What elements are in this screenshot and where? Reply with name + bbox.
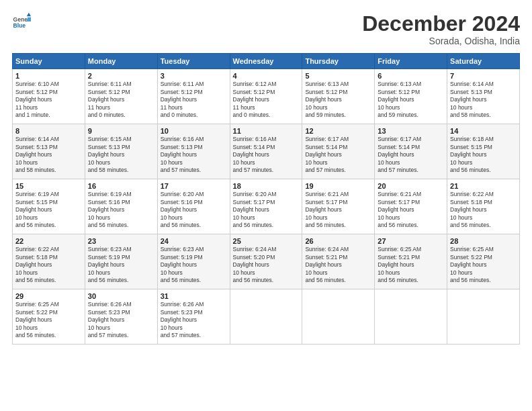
table-row: 3Sunrise: 6:11 AMSunset: 5:12 PMDaylight… xyxy=(157,69,230,124)
month-title: December 2024 xyxy=(362,12,520,36)
day-info: Sunrise: 6:12 AMSunset: 5:12 PMDaylight … xyxy=(233,81,300,119)
day-number: 1 xyxy=(15,72,82,80)
day-info: Sunrise: 6:11 AMSunset: 5:12 PMDaylight … xyxy=(161,81,227,119)
calendar-week-row: 22Sunrise: 6:22 AMSunset: 5:18 PMDayligh… xyxy=(13,234,520,289)
day-info: Sunrise: 6:14 AMSunset: 5:13 PMDaylight … xyxy=(450,81,517,119)
day-number: 20 xyxy=(378,182,444,190)
day-number: 14 xyxy=(450,127,517,135)
day-info: Sunrise: 6:11 AMSunset: 5:12 PMDaylight … xyxy=(88,81,154,119)
header-thursday: Thursday xyxy=(302,54,375,69)
svg-marker-2 xyxy=(27,13,31,16)
day-info: Sunrise: 6:22 AMSunset: 5:18 PMDaylight … xyxy=(15,246,82,284)
day-number: 17 xyxy=(161,182,227,190)
header-monday: Monday xyxy=(85,54,157,69)
day-info: Sunrise: 6:23 AMSunset: 5:19 PMDaylight … xyxy=(161,246,227,284)
table-row: 13Sunrise: 6:17 AMSunset: 5:14 PMDayligh… xyxy=(375,124,447,179)
day-number: 8 xyxy=(15,127,82,135)
header-friday: Friday xyxy=(375,54,447,69)
day-number: 2 xyxy=(88,72,154,80)
table-row xyxy=(230,289,302,345)
day-number: 21 xyxy=(450,182,517,190)
calendar-week-row: 15Sunrise: 6:19 AMSunset: 5:15 PMDayligh… xyxy=(13,179,520,234)
day-number: 24 xyxy=(161,237,227,245)
day-info: Sunrise: 6:20 AMSunset: 5:16 PMDaylight … xyxy=(161,191,227,229)
table-row: 7Sunrise: 6:14 AMSunset: 5:13 PMDaylight… xyxy=(447,69,520,124)
day-info: Sunrise: 6:21 AMSunset: 5:17 PMDaylight … xyxy=(378,191,444,229)
calendar-week-row: 29Sunrise: 6:25 AMSunset: 5:22 PMDayligh… xyxy=(13,289,520,345)
table-row: 12Sunrise: 6:17 AMSunset: 5:14 PMDayligh… xyxy=(302,124,375,179)
table-row: 6Sunrise: 6:13 AMSunset: 5:12 PMDaylight… xyxy=(375,69,447,124)
header-wednesday: Wednesday xyxy=(230,54,302,69)
day-info: Sunrise: 6:19 AMSunset: 5:16 PMDaylight … xyxy=(88,191,154,229)
day-number: 9 xyxy=(88,127,154,135)
day-number: 4 xyxy=(233,72,300,80)
day-number: 19 xyxy=(305,182,371,190)
day-info: Sunrise: 6:19 AMSunset: 5:15 PMDaylight … xyxy=(15,191,82,229)
table-row: 29Sunrise: 6:25 AMSunset: 5:22 PMDayligh… xyxy=(13,289,85,345)
day-info: Sunrise: 6:25 AMSunset: 5:22 PMDaylight … xyxy=(15,301,82,339)
table-row: 25Sunrise: 6:24 AMSunset: 5:20 PMDayligh… xyxy=(230,234,302,289)
day-info: Sunrise: 6:18 AMSunset: 5:15 PMDaylight … xyxy=(450,136,517,174)
page: General Blue December 2024 Sorada, Odish… xyxy=(0,0,532,411)
table-row: 8Sunrise: 6:14 AMSunset: 5:13 PMDaylight… xyxy=(13,124,85,179)
table-row: 11Sunrise: 6:16 AMSunset: 5:14 PMDayligh… xyxy=(230,124,302,179)
calendar-header-row: Sunday Monday Tuesday Wednesday Thursday… xyxy=(13,54,520,69)
header-tuesday: Tuesday xyxy=(157,54,230,69)
header-sunday: Sunday xyxy=(13,54,85,69)
day-info: Sunrise: 6:26 AMSunset: 5:23 PMDaylight … xyxy=(161,301,227,339)
day-info: Sunrise: 6:26 AMSunset: 5:23 PMDaylight … xyxy=(88,301,154,339)
svg-text:Blue: Blue xyxy=(13,22,26,29)
day-number: 10 xyxy=(161,127,227,135)
table-row: 19Sunrise: 6:21 AMSunset: 5:17 PMDayligh… xyxy=(302,179,375,234)
day-info: Sunrise: 6:15 AMSunset: 5:13 PMDaylight … xyxy=(88,136,154,174)
day-info: Sunrise: 6:25 AMSunset: 5:21 PMDaylight … xyxy=(378,246,444,284)
day-number: 23 xyxy=(88,237,154,245)
table-row: 31Sunrise: 6:26 AMSunset: 5:23 PMDayligh… xyxy=(157,289,230,345)
day-number: 16 xyxy=(88,182,154,190)
table-row: 18Sunrise: 6:20 AMSunset: 5:17 PMDayligh… xyxy=(230,179,302,234)
day-number: 11 xyxy=(233,127,300,135)
table-row: 14Sunrise: 6:18 AMSunset: 5:15 PMDayligh… xyxy=(447,124,520,179)
table-row xyxy=(302,289,375,345)
day-number: 3 xyxy=(161,72,227,80)
logo: General Blue xyxy=(12,12,31,31)
day-info: Sunrise: 6:13 AMSunset: 5:12 PMDaylight … xyxy=(305,81,371,119)
day-info: Sunrise: 6:24 AMSunset: 5:21 PMDaylight … xyxy=(305,246,371,284)
day-number: 5 xyxy=(305,72,371,80)
general-blue-logo-icon: General Blue xyxy=(12,12,31,31)
table-row: 20Sunrise: 6:21 AMSunset: 5:17 PMDayligh… xyxy=(375,179,447,234)
table-row: 9Sunrise: 6:15 AMSunset: 5:13 PMDaylight… xyxy=(85,124,157,179)
day-number: 27 xyxy=(378,237,444,245)
day-info: Sunrise: 6:23 AMSunset: 5:19 PMDaylight … xyxy=(88,246,154,284)
table-row: 21Sunrise: 6:22 AMSunset: 5:18 PMDayligh… xyxy=(447,179,520,234)
day-number: 15 xyxy=(15,182,82,190)
day-number: 28 xyxy=(450,237,517,245)
day-info: Sunrise: 6:25 AMSunset: 5:22 PMDaylight … xyxy=(450,246,517,284)
calendar-week-row: 1Sunrise: 6:10 AMSunset: 5:12 PMDaylight… xyxy=(13,69,520,124)
table-row: 1Sunrise: 6:10 AMSunset: 5:12 PMDaylight… xyxy=(13,69,85,124)
day-number: 26 xyxy=(305,237,371,245)
day-number: 31 xyxy=(161,292,227,300)
table-row: 4Sunrise: 6:12 AMSunset: 5:12 PMDaylight… xyxy=(230,69,302,124)
day-number: 13 xyxy=(378,127,444,135)
day-info: Sunrise: 6:10 AMSunset: 5:12 PMDaylight … xyxy=(15,81,82,119)
table-row xyxy=(375,289,447,345)
table-row: 22Sunrise: 6:22 AMSunset: 5:18 PMDayligh… xyxy=(13,234,85,289)
title-area: December 2024 Sorada, Odisha, India xyxy=(362,12,520,46)
table-row: 24Sunrise: 6:23 AMSunset: 5:19 PMDayligh… xyxy=(157,234,230,289)
day-info: Sunrise: 6:22 AMSunset: 5:18 PMDaylight … xyxy=(450,191,517,229)
table-row: 5Sunrise: 6:13 AMSunset: 5:12 PMDaylight… xyxy=(302,69,375,124)
table-row xyxy=(447,289,520,345)
day-number: 12 xyxy=(305,127,371,135)
day-info: Sunrise: 6:17 AMSunset: 5:14 PMDaylight … xyxy=(305,136,371,174)
header-saturday: Saturday xyxy=(447,54,520,69)
table-row: 2Sunrise: 6:11 AMSunset: 5:12 PMDaylight… xyxy=(85,69,157,124)
table-row: 26Sunrise: 6:24 AMSunset: 5:21 PMDayligh… xyxy=(302,234,375,289)
table-row: 17Sunrise: 6:20 AMSunset: 5:16 PMDayligh… xyxy=(157,179,230,234)
table-row: 15Sunrise: 6:19 AMSunset: 5:15 PMDayligh… xyxy=(13,179,85,234)
day-info: Sunrise: 6:20 AMSunset: 5:17 PMDaylight … xyxy=(233,191,300,229)
day-number: 18 xyxy=(233,182,300,190)
day-info: Sunrise: 6:16 AMSunset: 5:13 PMDaylight … xyxy=(161,136,227,174)
day-number: 29 xyxy=(15,292,82,300)
table-row: 10Sunrise: 6:16 AMSunset: 5:13 PMDayligh… xyxy=(157,124,230,179)
